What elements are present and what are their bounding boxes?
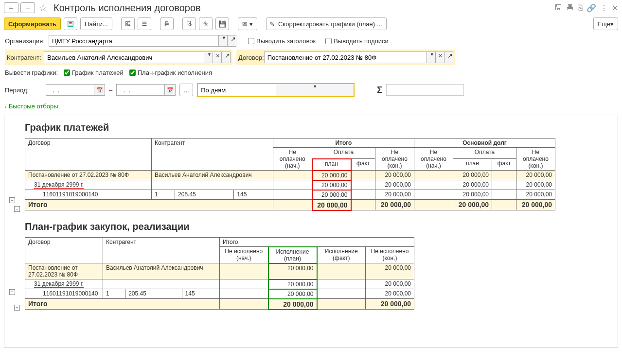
more-button[interactable]: Еще ▾: [593, 17, 618, 30]
r2-row-contract[interactable]: Постановление от 27.02.2023 № 80Ф Василь…: [25, 263, 414, 279]
r1-r2-end: 20 000,00: [375, 180, 414, 190]
correct-label: Скорректировать графики (план) ...: [278, 20, 382, 28]
r2-r1-end: 20 000,00: [366, 263, 414, 279]
r1-r2-plan: 20 000,00: [312, 180, 351, 190]
period-mode-input[interactable]: [198, 84, 276, 96]
contr-clear-icon[interactable]: ×: [213, 52, 222, 63]
g-plan-label: План-график исполнения: [138, 69, 212, 76]
r1-r1-dog: Постановление от 27.02.2023 № 80Ф: [25, 171, 152, 180]
filter-row-graphs: Вывести графики: График платежей План-гр…: [0, 68, 622, 80]
sum-input[interactable]: [386, 84, 464, 96]
nav-back-button[interactable]: ←: [4, 2, 18, 13]
print-icon[interactable]: 🖶: [566, 3, 574, 12]
fit-button[interactable]: [199, 17, 213, 30]
report1-table: Договор Контрагент Итого Основной долг Н…: [25, 138, 555, 211]
contr-input[interactable]: [44, 52, 204, 63]
find-button[interactable]: Найти...: [80, 17, 112, 30]
r2-row-code[interactable]: 11601191019000140 1 205.45 145 20 000,00…: [25, 289, 414, 299]
dog-label: Договор:: [238, 54, 264, 61]
r2-r1-dog: Постановление от 27.02.2023 № 80Ф: [25, 263, 103, 279]
tree-collapse-1[interactable]: −: [9, 197, 15, 203]
correct-button[interactable]: ✎Скорректировать графики (план) ...: [266, 17, 387, 30]
save-icon[interactable]: 🖫: [554, 3, 562, 12]
tree-collapse-4[interactable]: −: [14, 305, 20, 311]
favorite-star-icon[interactable]: ☆: [39, 2, 48, 14]
settings-button[interactable]: [64, 17, 77, 30]
r1-h-main: Основной долг: [414, 139, 555, 148]
r1-total-end: 20 000,00: [375, 200, 414, 210]
r1-h-fact: факт: [351, 159, 375, 171]
email-button[interactable]: ✉ ▾: [238, 17, 257, 30]
close-icon[interactable]: ✕: [612, 3, 618, 13]
date-to-input[interactable]: [116, 84, 165, 96]
dog-dropdown-icon[interactable]: ▼: [427, 52, 436, 63]
r1-h-dog: Договор: [25, 139, 152, 171]
nav-forward-button[interactable]: →: [20, 2, 35, 13]
date-from-calendar-icon[interactable]: 📅: [94, 84, 105, 96]
g-plan-checkbox[interactable]: План-график исполнения: [127, 68, 212, 77]
filter-row-main: Контрагент: ▼ × ↗ Договор: ▼ × ↗: [0, 50, 622, 68]
period-mode-select[interactable]: ▼: [197, 83, 355, 97]
menu-dots-icon[interactable]: ⋮: [600, 3, 608, 13]
save-report-button[interactable]: 💾: [215, 17, 229, 30]
date-dash: –: [109, 87, 112, 94]
report2-title: План-график закупок, реализации: [25, 221, 614, 232]
contr-open-icon[interactable]: ↗: [222, 52, 231, 63]
toolbar: Сформировать Найти... 💾 ✉ ▾ ✎Скорректиро…: [0, 16, 622, 32]
dog-open-icon[interactable]: ↗: [444, 52, 453, 63]
date-to-calendar-icon[interactable]: 📅: [165, 84, 176, 96]
expand-button[interactable]: [121, 17, 135, 30]
r2-h-ni-start: Не исполнено (нач.): [220, 247, 268, 263]
r1-r1-plan2: 20 000,00: [453, 171, 492, 180]
generate-button[interactable]: Сформировать: [4, 17, 61, 30]
r1-total-end2: 20 000,00: [516, 200, 555, 210]
r2-row-date[interactable]: 31 декабря 2999 г. 20 000,0020 000,00: [25, 279, 414, 289]
link-icon[interactable]: 🔗: [586, 3, 596, 13]
dog-input[interactable]: [264, 52, 427, 63]
dog-wrap: Договор: ▼ × ↗: [236, 50, 455, 65]
report2-table: Договор Контрагент Итого Не исполнено (н…: [25, 237, 414, 310]
period-mode-dropdown-icon[interactable]: ▼: [276, 84, 354, 96]
r1-r2-date: 31 декабря 2999 г.: [34, 181, 84, 189]
r2-h-plan: Исполнение (план): [268, 247, 317, 263]
header-actions: 🖫 🖶 ⎘ 🔗 ⋮ ✕: [554, 3, 618, 13]
dog-clear-icon[interactable]: ×: [436, 52, 444, 63]
period-ellipsis-button[interactable]: ...: [179, 84, 193, 96]
r2-h-total: Итого: [220, 237, 414, 247]
svg-rect-2: [165, 22, 168, 23]
g-pay-checkbox[interactable]: График платежей: [62, 68, 124, 77]
tree-collapse-3[interactable]: −: [9, 289, 15, 295]
show-header-checkbox[interactable]: Выводить заголовок: [246, 36, 316, 46]
collapse-button[interactable]: [138, 17, 151, 30]
quick-filters-label: Быстрые отборы: [9, 103, 58, 110]
r1-row-date[interactable]: 31 декабря 2999 г. 20 000,0020 000,00 20…: [25, 180, 555, 190]
print-button[interactable]: [160, 17, 174, 30]
r1-r3-code: 11601191019000140: [25, 190, 152, 200]
r1-h-contr: Контрагент: [152, 139, 273, 171]
r1-h-total: Итого: [273, 139, 414, 148]
r2-r3-c3: 145: [182, 289, 219, 299]
page-preview-icon[interactable]: ⎘: [578, 3, 583, 12]
r1-h-plan2: план: [453, 159, 492, 171]
org-open-icon[interactable]: ↗: [228, 35, 236, 47]
r2-r3-end: 20 000,00: [366, 289, 414, 299]
r1-row-code[interactable]: 11601191019000140 1 205.45 145 20 000,00…: [25, 190, 555, 200]
r1-h-np-start: Не оплачено (нач.): [273, 148, 312, 171]
r1-r2-end2: 20 000,00: [516, 180, 555, 190]
show-sign-checkbox[interactable]: Выводить подписи: [323, 36, 389, 46]
tree-collapse-2[interactable]: −: [14, 206, 20, 212]
r1-h-np-start2: Не оплачено (нач.): [414, 148, 453, 171]
r1-r1-contr: Васильев Анатолий Александрович: [152, 171, 273, 180]
sigma-icon: Σ: [377, 85, 382, 95]
r1-r3-end2: 20 000,00: [516, 190, 555, 200]
date-from-input[interactable]: [46, 84, 94, 96]
r2-total-plan: 20 000,00: [268, 299, 317, 310]
contr-dropdown-icon[interactable]: ▼: [204, 52, 213, 63]
more-label: Еще: [598, 20, 610, 28]
org-input[interactable]: [49, 35, 219, 47]
r1-row-contract[interactable]: Постановление от 27.02.2023 № 80Ф Василь…: [25, 171, 555, 180]
org-dropdown-icon[interactable]: ▼: [219, 35, 228, 47]
preview-button[interactable]: [182, 17, 196, 30]
quick-filters-toggle[interactable]: › Быстрые отборы: [0, 100, 622, 113]
r2-r1-contr: Васильев Анатолий Александрович: [103, 263, 220, 279]
